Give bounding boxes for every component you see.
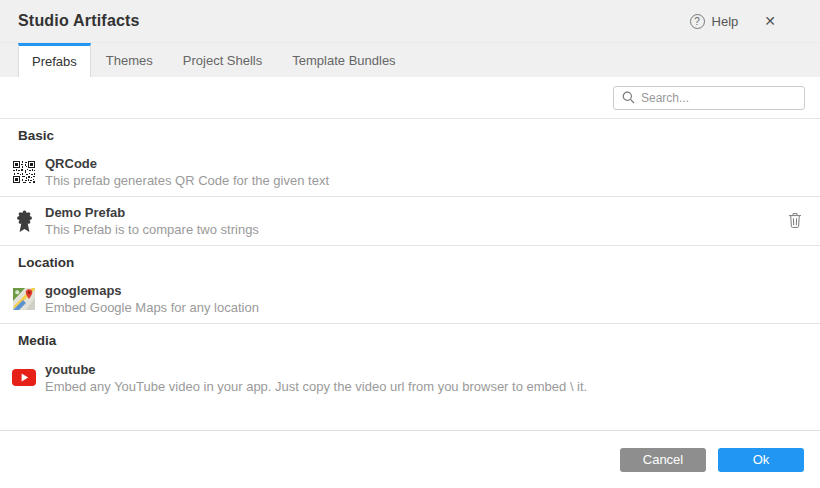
trash-icon [788,212,802,228]
delete-prefab-button[interactable] [786,210,804,233]
prefab-item-demo-prefab[interactable]: Demo Prefab This Prefab is to compare tw… [0,197,820,246]
studio-artifacts-dialog: Studio Artifacts ? Help ✕ Prefabs Themes… [0,0,820,488]
help-link[interactable]: Help [712,14,739,29]
search-input[interactable] [641,91,796,105]
help-icon[interactable]: ? [690,14,705,29]
section-header-location: Location [0,246,820,275]
dialog-footer: Cancel Ok [0,430,820,488]
header-actions: ? Help ✕ [690,11,802,31]
item-description: This prefab generates QR Code for the gi… [45,172,804,189]
item-text: QRCode This prefab generates QR Code for… [45,155,804,189]
tab-content-prefabs: Basic [0,77,820,430]
item-text: Demo Prefab This Prefab is to compare tw… [45,204,786,238]
item-text: googlemaps Embed Google Maps for any loc… [45,282,804,316]
prefab-item-googlemaps[interactable]: googlemaps Embed Google Maps for any loc… [0,275,820,324]
item-title: Demo Prefab [45,204,786,221]
tab-prefabs[interactable]: Prefabs [18,43,91,77]
search-icon [622,91,635,104]
dialog-header: Studio Artifacts ? Help ✕ [0,0,820,43]
item-description: Embed any YouTube video in your app. Jus… [45,378,804,395]
tab-bar: Prefabs Themes Project Shells Template B… [0,43,820,77]
item-title: youtube [45,361,804,378]
search-box[interactable] [613,86,805,110]
youtube-icon [12,366,36,390]
section-header-media: Media [0,324,820,353]
qrcode-icon [12,160,36,184]
award-ribbon-icon [12,209,36,233]
tab-themes[interactable]: Themes [91,43,168,77]
tab-template-bundles[interactable]: Template Bundles [277,43,410,77]
item-title: googlemaps [45,282,804,299]
close-icon[interactable]: ✕ [760,11,780,31]
cancel-button[interactable]: Cancel [620,448,706,472]
googlemaps-icon [12,287,36,311]
page-title: Studio Artifacts [18,12,690,30]
section-header-basic: Basic [0,119,820,148]
item-description: This Prefab is to compare two strings [45,221,786,238]
item-text: youtube Embed any YouTube video in your … [45,361,804,395]
search-row [0,77,820,119]
ok-button[interactable]: Ok [718,448,804,472]
prefab-item-youtube[interactable]: youtube Embed any YouTube video in your … [0,353,820,402]
prefab-item-qrcode[interactable]: QRCode This prefab generates QR Code for… [0,148,820,197]
item-description: Embed Google Maps for any location [45,299,804,316]
item-title: QRCode [45,155,804,172]
tab-project-shells[interactable]: Project Shells [168,43,277,77]
